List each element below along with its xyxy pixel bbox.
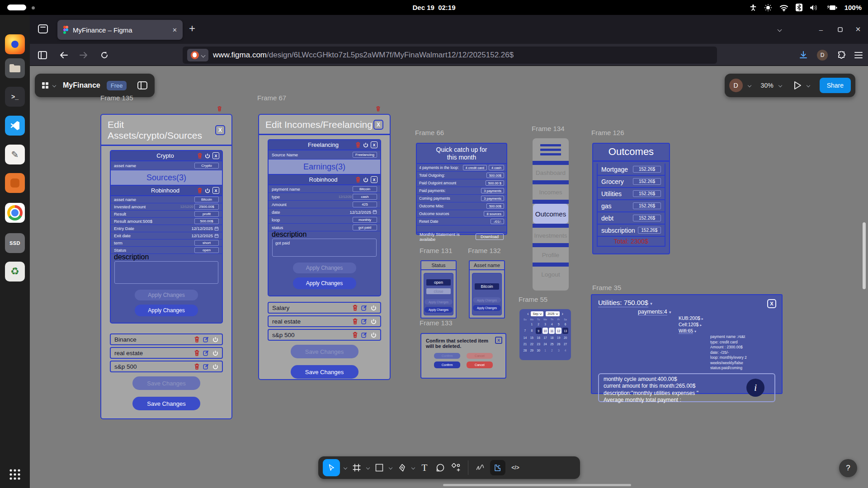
calendar-day[interactable]: 26 [555, 341, 562, 347]
calendar-day[interactable]: 3 [555, 347, 562, 353]
calendar-day[interactable]: 2 [535, 321, 542, 327]
brightness-icon[interactable] [764, 4, 772, 12]
date-value[interactable]: 12/12/2025 [191, 226, 213, 231]
frame-label[interactable]: Frame 55 [519, 296, 547, 303]
save-changes-button[interactable]: Save Changes [132, 397, 200, 410]
field-value[interactable]: short [194, 240, 219, 246]
layout-panel-icon[interactable] [137, 81, 147, 89]
power-icon[interactable] [212, 337, 218, 343]
field-value[interactable]: 500.00$ [194, 218, 219, 224]
present-icon[interactable] [793, 81, 802, 90]
firefox-icon[interactable] [5, 34, 25, 54]
move-tool[interactable] [323, 459, 340, 476]
chevron-down-icon[interactable] [389, 466, 392, 469]
power-icon[interactable] [363, 177, 368, 183]
utilities-total[interactable]: Utilities: 750.00$ [598, 299, 648, 307]
caret-right-icon[interactable]: ▸ [702, 317, 703, 321]
calendar-day[interactable]: 23 [535, 341, 542, 347]
calendar-day[interactable] [522, 321, 528, 327]
source-list-item[interactable]: s&p 500 [268, 329, 381, 341]
apply-changes-button[interactable]: Apply Changes [293, 277, 356, 289]
calendar-day[interactable]: 9 [536, 328, 542, 334]
terminal-icon[interactable]: >_ [5, 87, 25, 107]
calendar-day[interactable]: 4 [562, 347, 569, 353]
payment-cell[interactable]: Cell:120$ [679, 322, 698, 327]
calendar-day[interactable]: 25 [548, 341, 555, 347]
field-value[interactable]: profit [194, 211, 219, 217]
system-tray[interactable]: 100% [750, 0, 862, 15]
power-icon[interactable] [212, 364, 218, 370]
calendar-day[interactable]: 22 [528, 341, 535, 347]
payments-count[interactable]: payments:4 [638, 309, 667, 315]
url-bar[interactable]: www.figma.com/design/6LWccGHkto7zL5ps2aW… [183, 47, 717, 64]
outcome-value[interactable]: 152.26$ [633, 190, 661, 197]
back-icon[interactable] [56, 47, 71, 63]
calendar-day[interactable]: 21 [522, 341, 528, 347]
trash-icon[interactable] [197, 153, 203, 159]
power-icon[interactable] [212, 350, 218, 356]
field-value[interactable]: Crypto [194, 163, 219, 169]
calendar-day[interactable]: 27 [562, 341, 569, 347]
draw-tool[interactable] [474, 459, 486, 476]
workspace-pill[interactable] [7, 5, 26, 10]
stat-value[interactable]: 500.00$ [486, 173, 504, 178]
frame-label[interactable]: Frame 126 [591, 129, 624, 136]
apply-changes-button[interactable]: Apply Changes [135, 305, 198, 316]
download-icon[interactable] [796, 47, 811, 63]
window-close-button[interactable]: ✕ [851, 22, 865, 37]
calendar-day[interactable]: 18 [548, 334, 555, 341]
close-icon[interactable]: X [767, 299, 776, 308]
description-textarea[interactable]: got paid [272, 239, 377, 257]
power-icon[interactable] [205, 188, 210, 193]
recycle-bin-icon[interactable]: ♻ [5, 262, 25, 282]
confirm-button[interactable]: Confirm [434, 361, 460, 368]
stat-value[interactable]: 3 payments [481, 196, 504, 201]
frame-label[interactable]: Frame 134 [532, 125, 565, 132]
calendar-day[interactable]: 12 [556, 328, 561, 334]
stat-value[interactable]: 4 credit card [463, 165, 487, 170]
files-icon[interactable] [5, 58, 25, 78]
close-icon[interactable]: X [373, 120, 383, 130]
payment-kub[interactable]: KUB:200$ [679, 315, 700, 321]
field-value[interactable]: open [194, 247, 219, 253]
date-value[interactable]: 12/12/2025 [349, 210, 371, 215]
calendar-day[interactable]: 7 [522, 327, 528, 333]
calendar-day[interactable]: 28 [522, 347, 528, 353]
field-value[interactable]: got paid [353, 225, 377, 230]
close-icon[interactable]: X [212, 187, 219, 194]
caret-right-icon[interactable]: ▸ [700, 323, 702, 327]
ssd-drive-icon[interactable]: SSD [5, 233, 25, 253]
hamburger-icon[interactable] [533, 138, 569, 161]
trash-icon[interactable] [352, 305, 358, 311]
edit-icon[interactable] [361, 332, 368, 338]
payment-wifi[interactable]: Wifi:65 [679, 328, 693, 334]
frame-label[interactable]: Frame 131 [420, 247, 453, 254]
chevron-down-icon[interactable] [806, 84, 810, 87]
calendar-day[interactable]: 5 [555, 321, 562, 327]
source-list-item[interactable]: real estate [110, 347, 223, 359]
calendar-day[interactable]: 17 [542, 334, 549, 341]
figma-canvas[interactable]: MyFinance Free D 30% Share Frame 135 Fra… [30, 66, 868, 488]
chevron-down-icon[interactable] [411, 466, 415, 469]
outcome-value[interactable]: 152.26$ [633, 202, 661, 209]
pen-tool[interactable] [396, 459, 408, 476]
month-select[interactable]: Sep [531, 311, 543, 316]
close-icon[interactable]: X [212, 152, 219, 159]
chevron-down-icon[interactable] [778, 84, 782, 87]
calendar-day[interactable]: 14 [522, 334, 528, 341]
prev-month-icon[interactable]: ‹ [527, 311, 528, 316]
source-list-item[interactable]: s&p 500 [110, 361, 223, 372]
sidebar-toggle-icon[interactable] [35, 47, 50, 63]
file-name[interactable]: MyFinance [63, 81, 100, 89]
power-icon[interactable] [371, 305, 377, 311]
zoom-level[interactable]: 30% [761, 82, 774, 89]
comment-tool[interactable] [434, 459, 446, 476]
edit-icon[interactable] [203, 336, 209, 343]
figma-menu-icon[interactable] [42, 82, 48, 89]
apply-changes-button[interactable]: Apply Changes [473, 305, 501, 311]
edit-icon[interactable] [361, 305, 368, 311]
outcome-value[interactable]: 152.26$ [638, 227, 661, 234]
calendar-day[interactable]: 8 [528, 327, 535, 333]
calendar-day[interactable]: 16 [535, 334, 542, 341]
show-apps-icon[interactable] [5, 465, 25, 484]
